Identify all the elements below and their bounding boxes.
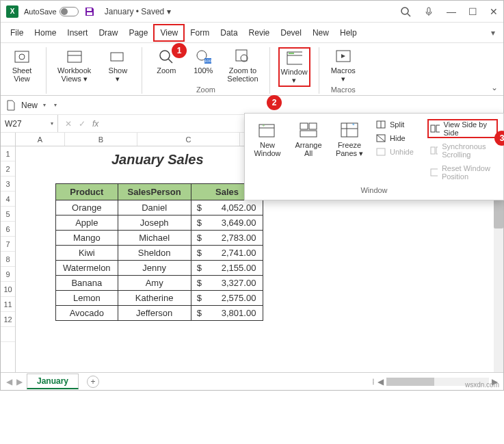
cell-product[interactable]: Apple — [56, 216, 118, 231]
macros-button[interactable]: Macros ▾ — [328, 47, 359, 84]
menu-help[interactable]: Help — [334, 25, 362, 40]
view-side-by-side-button[interactable]: View Side by Side — [427, 119, 498, 138]
cell-product[interactable]: Avocado — [56, 306, 118, 321]
new-file-icon[interactable] — [6, 100, 16, 111]
collapse-ribbon-icon[interactable]: ⌄ — [491, 83, 498, 92]
cell-product[interactable]: Mango — [56, 231, 118, 246]
row-6[interactable]: 6 — [1, 222, 15, 237]
table-row[interactable]: BananaAmy$3,327.00 — [56, 276, 263, 291]
col-B[interactable]: B — [65, 133, 137, 146]
menu-view[interactable]: View — [153, 24, 185, 42]
cell-amount[interactable]: 3,327.00 — [209, 276, 263, 291]
add-sheet-button[interactable]: + — [87, 376, 99, 388]
mic-icon[interactable] — [423, 6, 434, 17]
cell-product[interactable]: Banana — [56, 276, 118, 291]
menu-draw[interactable]: Draw — [93, 25, 123, 40]
freeze-panes-button[interactable]: * Freeze Panes ▾ — [332, 119, 367, 182]
cell-amount[interactable]: 3,649.00 — [209, 216, 263, 231]
new-window-button[interactable]: + New Window — [250, 119, 284, 182]
menu-review[interactable]: Revie — [243, 25, 276, 40]
cell-dollar[interactable]: $ — [191, 246, 209, 261]
cell-amount[interactable]: 4,052.00 — [209, 200, 263, 216]
cell-amount[interactable]: 2,575.00 — [209, 291, 263, 306]
cell-person[interactable]: Joseph — [118, 216, 191, 231]
cell-amount[interactable]: 3,801.00 — [209, 306, 263, 321]
cell-person[interactable]: Katherine — [118, 291, 191, 306]
arrange-all-button[interactable]: Arrange All — [291, 119, 326, 182]
minimize-icon[interactable]: — — [447, 6, 456, 17]
cell-product[interactable]: Orange — [56, 200, 118, 216]
table-row[interactable]: AppleJoseph$3,649.00 — [56, 216, 263, 231]
row-5[interactable]: 5 — [1, 207, 15, 222]
toggle-off-icon[interactable] — [59, 7, 79, 16]
row-11[interactable]: 11 — [1, 297, 15, 312]
chevron-down-icon[interactable]: ▾ — [43, 102, 46, 108]
zoom-selection-button[interactable]: Zoom to Selection — [224, 47, 261, 84]
autosave-toggle[interactable]: AutoSave — [24, 7, 79, 16]
save-icon[interactable] — [84, 6, 95, 17]
sheet-tab-january[interactable]: January — [27, 374, 79, 389]
sheet-view-button[interactable]: Sheet View — [6, 47, 38, 84]
cell-amount[interactable]: 2,741.00 — [209, 246, 263, 261]
menu-new[interactable]: New — [307, 25, 334, 40]
cell-person[interactable]: Jefferson — [118, 306, 191, 321]
menu-insert[interactable]: Insert — [62, 25, 93, 40]
menu-page[interactable]: Page — [123, 25, 153, 40]
col-A[interactable]: A — [16, 133, 65, 146]
menu-home[interactable]: Home — [29, 25, 62, 40]
table-row[interactable]: KiwiSheldon$2,741.00 — [56, 246, 263, 261]
row-1[interactable]: 1 — [1, 146, 15, 161]
cell-dollar[interactable]: $ — [191, 216, 209, 231]
ribbon-overflow-icon[interactable]: ▾ — [491, 28, 499, 38]
search-icon[interactable] — [400, 6, 411, 17]
qat-customize-icon[interactable]: ▾ — [54, 102, 57, 108]
split-button[interactable]: Split — [373, 119, 416, 130]
row-blank[interactable] — [1, 327, 15, 342]
header-product[interactable]: Product — [56, 184, 118, 200]
table-row[interactable]: OrangeDaniel$4,052.00 — [56, 200, 263, 216]
document-title[interactable]: January • Saved ▾ — [105, 7, 171, 16]
row-7[interactable]: 7 — [1, 237, 15, 252]
tab-nav-prev-icon[interactable]: ◀ — [6, 377, 12, 387]
qat-new-label[interactable]: New — [21, 101, 38, 110]
cell-person[interactable]: Amy — [118, 276, 191, 291]
row-8[interactable]: 8 — [1, 252, 15, 267]
enter-formula-icon[interactable]: ✓ — [79, 119, 85, 129]
show-button[interactable]: Show ▾ — [102, 47, 133, 84]
menu-formulas[interactable]: Form — [185, 25, 215, 40]
cell-dollar[interactable]: $ — [191, 200, 209, 216]
tab-nav-next-icon[interactable]: ▶ — [16, 377, 23, 387]
name-box[interactable]: W27 ▾ — [1, 115, 58, 132]
cell-dollar[interactable]: $ — [191, 291, 209, 306]
close-icon[interactable]: ✕ — [490, 6, 498, 17]
chevron-down-icon[interactable]: ▾ — [51, 120, 53, 127]
cell-person[interactable]: Jenny — [118, 261, 191, 276]
menu-file[interactable]: File — [5, 25, 29, 40]
table-row[interactable]: WatermelonJenny$2,155.00 — [56, 261, 263, 276]
window-button[interactable]: Window ▾ — [278, 47, 310, 87]
cell-person[interactable]: Daniel — [118, 200, 191, 216]
cell-product[interactable]: Kiwi — [56, 246, 118, 261]
cell-person[interactable]: Michael — [118, 231, 191, 246]
table-row[interactable]: LemonKatherine$2,575.00 — [56, 291, 263, 306]
cell-amount[interactable]: 2,155.00 — [209, 261, 263, 276]
row-4[interactable]: 4 — [1, 192, 15, 207]
cancel-formula-icon[interactable]: ✕ — [65, 119, 72, 129]
table-row[interactable]: MangoMichael$2,783.00 — [56, 231, 263, 246]
row-2[interactable]: 2 — [1, 161, 15, 177]
zoom-100-button[interactable]: 100 100% — [187, 47, 219, 84]
row-3[interactable]: 3 — [1, 177, 15, 192]
hide-button[interactable]: Hide — [373, 133, 416, 144]
cell-amount[interactable]: 2,783.00 — [209, 231, 263, 246]
cell-person[interactable]: Sheldon — [118, 246, 191, 261]
select-all-corner[interactable] — [1, 133, 16, 146]
row-9[interactable]: 9 — [1, 267, 15, 282]
col-C[interactable]: C — [137, 133, 240, 146]
cell-dollar[interactable]: $ — [191, 306, 209, 321]
cell-dollar[interactable]: $ — [191, 276, 209, 291]
fx-icon[interactable]: fx — [92, 119, 98, 129]
row-10[interactable]: 10 — [1, 282, 15, 297]
cell-dollar[interactable]: $ — [191, 261, 209, 276]
table-row[interactable]: AvocadoJefferson$3,801.00 — [56, 306, 263, 321]
menu-developer[interactable]: Devel — [275, 25, 307, 40]
